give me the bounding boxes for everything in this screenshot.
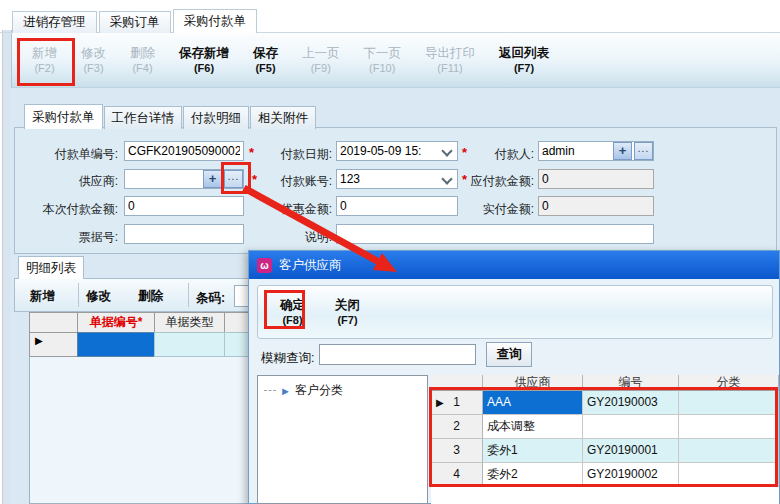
- highlight-box-supplier-rows: [429, 387, 778, 487]
- detail-col-docno[interactable]: 单据编号*: [77, 312, 155, 333]
- modify-button[interactable]: 修改(F3): [69, 45, 118, 76]
- payer-label: 付款人:: [458, 146, 534, 163]
- fuzzy-search-input[interactable]: [319, 344, 476, 365]
- tab-workbench-detail[interactable]: 工作台详情: [104, 106, 183, 129]
- current-amount-input[interactable]: [124, 196, 244, 216]
- supplier-label: 供应商:: [6, 173, 118, 190]
- payer-field[interactable]: + ...: [538, 141, 654, 161]
- highlight-box-confirm-button: [264, 290, 305, 329]
- detail-cell-doctype[interactable]: [154, 332, 225, 357]
- barcode-label: 条码:: [196, 290, 225, 307]
- payment-no-input[interactable]: [124, 141, 244, 161]
- tab-purchase-payment[interactable]: 采购付款单: [173, 9, 258, 33]
- main-toolbar: 新增(F2) 修改(F3) 删除(F4) 保存新增(F6) 保存(F5) 上一页…: [12, 33, 780, 88]
- payment-account-label: 付款账号:: [250, 173, 332, 190]
- payment-account-input[interactable]: [337, 171, 441, 187]
- tree-node-label: 客户分类: [295, 382, 343, 399]
- payer-browse-button[interactable]: ...: [634, 142, 653, 160]
- dialog-toolbar: 确定(F8) 关闭(F7): [257, 285, 773, 339]
- tab-detail-list[interactable]: 明细列表: [18, 256, 84, 279]
- category-tree[interactable]: ► 客户分类: [257, 375, 428, 504]
- detail-modify-button[interactable]: 修改: [86, 288, 111, 305]
- detail-col-rowheader: [29, 312, 78, 333]
- payable-input: [538, 169, 654, 189]
- fuzzy-search-label: 模糊查询:: [261, 350, 314, 367]
- tab-attachments[interactable]: 相关附件: [250, 106, 316, 129]
- highlight-box-supplier-browse: [221, 162, 251, 194]
- row-marker-icon: ▶: [35, 335, 43, 346]
- detail-cell-docno[interactable]: [77, 332, 155, 357]
- bill-no-label: 票据号:: [6, 229, 118, 246]
- prev-page-button[interactable]: 上一页(F9): [290, 45, 352, 76]
- supplier-add-button[interactable]: +: [203, 170, 222, 188]
- search-button[interactable]: 查询: [486, 342, 532, 367]
- chevron-down-icon[interactable]: [441, 173, 452, 184]
- paid-input: [538, 196, 654, 216]
- supplier-input[interactable]: [125, 171, 205, 187]
- detail-delete-button[interactable]: 删除: [138, 288, 163, 305]
- back-to-list-button[interactable]: 返回列表(F7): [487, 45, 561, 76]
- dialog-titlebar[interactable]: ω 客户供应商: [249, 251, 779, 279]
- app-logo-icon: ω: [257, 258, 272, 273]
- payable-label: 应付款金额:: [454, 173, 534, 190]
- tree-branch-line: [264, 390, 276, 391]
- payment-date-label: 付款日期:: [250, 146, 332, 163]
- next-page-button[interactable]: 下一页(F10): [352, 45, 414, 76]
- chevron-down-icon[interactable]: [441, 145, 452, 156]
- window-tab-bar: 进销存管理 采购订单 采购付款单: [12, 9, 259, 33]
- discount-input[interactable]: [336, 196, 458, 216]
- tree-arrow-icon: ►: [280, 385, 291, 397]
- tab-payment-form[interactable]: 采购付款单: [24, 104, 103, 129]
- discount-label: 优惠金额:: [250, 201, 332, 218]
- payment-date-combo[interactable]: [336, 141, 458, 161]
- remark-label: 说明:: [250, 229, 332, 246]
- ellipsis-icon: ...: [638, 143, 649, 154]
- tab-payment-detail[interactable]: 付款明细: [183, 106, 249, 129]
- highlight-box-new-button: [17, 38, 75, 86]
- save-new-button[interactable]: 保存新增(F6): [167, 45, 241, 76]
- payer-add-button[interactable]: +: [613, 142, 632, 160]
- bill-no-input[interactable]: [124, 224, 244, 244]
- remark-input[interactable]: [336, 224, 654, 244]
- tab-inventory-management[interactable]: 进销存管理: [12, 11, 97, 33]
- detail-col-doctype[interactable]: 单据类型: [154, 312, 225, 333]
- plus-icon: +: [619, 143, 627, 158]
- toolbar-separator: [78, 283, 79, 307]
- detail-add-button[interactable]: 新增: [30, 288, 55, 305]
- current-amount-label: 本次付款金额:: [6, 201, 118, 218]
- save-button[interactable]: 保存(F5): [241, 45, 290, 76]
- export-print-button[interactable]: 导出打印(F11): [413, 45, 487, 76]
- payment-date-input[interactable]: [337, 143, 441, 159]
- payer-input[interactable]: [539, 143, 615, 159]
- tree-node-customer-category[interactable]: ► 客户分类: [258, 376, 427, 399]
- detail-row-header[interactable]: ▶: [29, 332, 78, 357]
- payment-account-combo[interactable]: [336, 169, 458, 189]
- detail-tab-bar: 采购付款单 工作台详情 付款明细 相关附件: [24, 104, 317, 129]
- delete-button[interactable]: 删除(F4): [118, 45, 167, 76]
- toolbar-separator: [188, 283, 189, 307]
- dialog-title: 客户供应商: [279, 257, 342, 274]
- plus-icon: +: [209, 171, 217, 186]
- paid-label: 实付金额:: [458, 201, 534, 218]
- tab-purchase-order[interactable]: 采购订单: [99, 11, 171, 33]
- close-button[interactable]: 关闭(F7): [325, 297, 370, 328]
- payment-no-label: 付款单编号:: [6, 146, 118, 163]
